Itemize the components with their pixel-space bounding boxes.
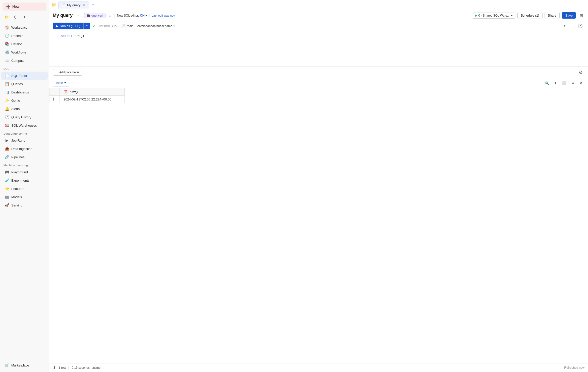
sql-warehouses-icon: 🏭 [5,123,9,128]
footer-separator: | [68,366,69,369]
sidebar-item-playground[interactable]: 🎮 Playground [1,168,48,176]
sidebar-item-recents[interactable]: 🕐 Recents [1,32,48,40]
sidebar-item-queries[interactable]: 📋 Queries [1,80,48,88]
folder-icon-btn[interactable]: 📁 [3,13,11,21]
query-gif-badge[interactable]: 🎬 query-gif [84,13,105,18]
sidebar-item-experiments-label: Experiments [11,179,29,182]
check-icon: ✓ [93,24,95,28]
sidebar-item-catalog[interactable]: 📚 Catalog [1,40,48,48]
settings-icon-btn[interactable]: ⚙ [577,69,584,76]
new-sql-editor-badge[interactable]: New SQL editor: ON ▾ [115,13,150,18]
sidebar-item-dashboards[interactable]: 📊 Dashboards [1,88,48,96]
catalog-path-chevron: ▾ [173,24,175,28]
data-ingestion-icon: 📥 [5,146,9,151]
sidebar-item-alerts[interactable]: 🔔 Alerts [1,105,48,113]
sidebar-item-workflows-label: Workflows [11,50,26,54]
data-table-wrapper: 📅 now() 1 2024-09-18T02:05:22.224+00:00 [49,88,588,363]
sidebar-item-pipelines[interactable]: 🔗 Pipelines [1,153,48,161]
results-footer: ⬇ 1 row | 0.15 seconds runtime Refreshed… [49,363,588,372]
genie-icon: ✨ [5,98,9,103]
query-gif-icon: 🎬 [86,14,90,17]
line-number-1: 1 [53,34,58,38]
add-tab-button[interactable]: + [89,2,96,8]
star-icon-btn[interactable]: ✦ [21,13,29,21]
schedule-button[interactable]: Schedule (1) [517,12,543,19]
run-button[interactable]: ▶ Run all (1000) ▾ [53,23,90,29]
sidebar-item-query-history-label: Query History [11,115,31,119]
share-button[interactable]: Share [545,12,560,19]
row-count: 1 row [59,366,66,369]
query-history-icon: 🕐 [5,115,9,119]
sidebar-item-compute[interactable]: ☁️ Compute [1,57,48,65]
warehouse-button[interactable]: 0 - Shared SQL Ware... ▾ [472,13,515,19]
fn-now: now() [75,34,84,38]
playground-icon: 🎮 [5,170,9,174]
sidebar-item-marketplace-label: Marketplace [11,363,29,367]
catalog-path[interactable]: 📄 main . $cataloganddatabasename ▾ [120,23,177,29]
sidebar-icon-row: 📁 ⬡ ✦ [0,12,49,22]
catalog-path-text: main . $cataloganddatabasename [127,24,172,28]
machine-learning-section-label: Machine Learning [0,161,49,168]
dashboards-icon: 📊 [5,90,9,94]
code-editor[interactable]: 1 select now() [49,31,588,66]
query-more-button[interactable]: ⋯ [75,12,82,19]
results-layout-button[interactable]: ⬜ [560,80,568,86]
refreshed-label: Refreshed now [564,366,584,369]
results-search-button[interactable]: 🔍 [543,80,551,86]
new-sql-chevron: ▾ [145,14,147,17]
sidebar-item-data-ingestion[interactable]: 📥 Data Ingestion [1,145,48,153]
minus-button[interactable]: − [569,23,575,29]
network-icon: ⬡ [14,15,17,19]
sidebar-item-marketplace[interactable]: 🛒 Marketplace [1,361,48,369]
add-parameter-button[interactable]: + Add parameter [53,69,82,76]
sidebar-data-engineering-items: ▶ Job Runs 📥 Data Ingestion 🔗 Pipelines [0,136,49,161]
run-dropdown[interactable]: ▾ [83,23,90,29]
job-runs-icon: ▶ [5,138,9,143]
star-button[interactable]: ☆ [108,12,113,19]
warehouse-chevron: ▾ [511,14,513,17]
sidebar-item-genie[interactable]: ✨ Genie [1,96,48,104]
results-area: Table ▾ + 🔍 ⧗ ⬜ ∧ ✕ 📅 now() [49,78,588,372]
network-icon-btn[interactable]: ⬡ [12,13,20,21]
save-button[interactable]: Save [562,12,576,19]
run-main[interactable]: ▶ Run all (1000) [53,23,83,29]
home-icon: 🏠 [5,25,9,30]
features-icon: ⭐ [5,186,9,191]
sidebar-item-recents-label: Recents [11,34,23,38]
sidebar-item-serving[interactable]: 🚀 Serving [1,201,48,209]
results-add-tab-button[interactable]: + [70,80,76,86]
results-tab-table[interactable]: Table ▾ [53,80,69,86]
results-close-button[interactable]: ✕ [578,80,584,86]
folder-icon[interactable]: 📁 [51,3,56,7]
new-sql-label: New SQL editor: [117,14,139,17]
results-expand-button[interactable]: ∧ [570,80,576,86]
sidebar-item-serving-label: Serving [11,203,22,207]
toolbar-time: Just now (<1s) [98,24,118,28]
sidebar-item-models[interactable]: 🤖 Models [1,193,48,201]
sidebar-item-experiments[interactable]: 🧪 Experiments [1,176,48,184]
new-button[interactable]: ➕ New [3,3,46,11]
sidebar-ml-items: 🎮 Playground 🧪 Experiments ⭐ Features 🤖 … [0,168,49,209]
sidebar-item-sql-warehouses[interactable]: 🏭 SQL Warehouses [1,121,48,129]
sidebar-item-job-runs[interactable]: ▶ Job Runs [1,136,48,144]
sidebar-item-query-history[interactable]: 🕐 Query History [1,113,48,121]
query-tab[interactable]: 📄 My query ✕ [58,2,89,9]
row-number-1: 1 [49,96,60,103]
sidebar-main-items: 🏠 Workspace 🕐 Recents 📚 Catalog ⚙️ Workf… [0,23,49,65]
sidebar-item-features[interactable]: ⭐ Features [1,185,48,193]
sidebar-item-workspace[interactable]: 🏠 Workspace [1,23,48,31]
sidebar-item-workflows[interactable]: ⚙️ Workflows [1,48,48,56]
results-filter-button[interactable]: ⧗ [552,80,559,86]
data-table: 📅 now() 1 2024-09-18T02:05:22.224+00:00 [49,88,125,103]
sidebar-item-pipelines-label: Pipelines [11,155,25,159]
download-button[interactable]: ⬇ [53,365,56,370]
collapse-button[interactable]: ⊞ [578,12,584,19]
sidebar-item-workspace-label: Workspace [11,26,28,29]
tab-close-button[interactable]: ✕ [82,3,86,7]
wand-button[interactable]: ✦ [561,23,568,29]
run-label: Run all (1000) [60,24,80,28]
sidebar-item-sql-editor[interactable]: 📄 SQL Editor [1,72,48,80]
history-button[interactable]: 🕐 [576,23,584,29]
col-now-header: 📅 now() [60,88,125,96]
last-edit-label[interactable]: Last edit was now [151,14,175,17]
